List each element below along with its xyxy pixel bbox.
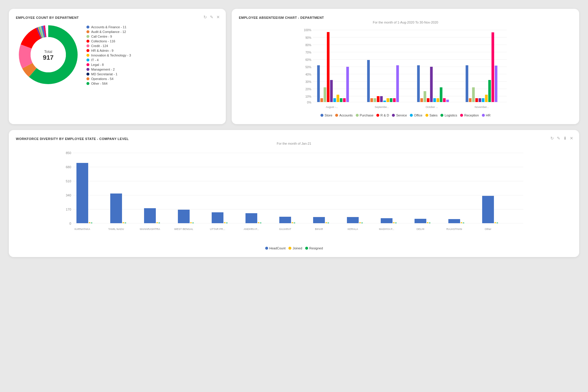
legend-label: R & D [380, 114, 389, 117]
svg-rect-91 [76, 163, 88, 223]
svg-rect-132 [427, 222, 428, 223]
legend-label: Joined [293, 246, 302, 250]
svg-text:BIHAR: BIHAR [315, 228, 323, 231]
edit-icon[interactable]: ✎ [210, 15, 213, 19]
legend-label: Store [325, 114, 332, 117]
svg-rect-124 [359, 222, 361, 223]
refresh-icon[interactable]: ↻ [203, 15, 207, 19]
svg-text:RAJASTHAN: RAJASTHAN [446, 228, 462, 231]
absenteeism-card: EMPLOYEE ABSENTEEISM CHART - DEPARTMENT … [232, 9, 579, 124]
svg-text:KERALA: KERALA [348, 228, 358, 231]
workforce-chart-area: 850 680 510 340 170 0 KARNATAKA [16, 148, 572, 243]
legend-dot [305, 247, 308, 250]
svg-text:680: 680 [66, 165, 71, 169]
svg-text:90%: 90% [305, 36, 311, 39]
svg-rect-140 [495, 222, 496, 223]
absenteeism-legend-item: HR [482, 114, 491, 117]
legend-dot [86, 44, 89, 47]
svg-rect-77 [495, 66, 497, 102]
svg-rect-35 [317, 65, 320, 102]
svg-text:50%: 50% [305, 66, 311, 69]
svg-rect-72 [479, 98, 481, 102]
legend-label: HR [486, 114, 491, 117]
legend-label: Credit - 124 [91, 44, 108, 48]
close-icon[interactable]: ✕ [570, 136, 573, 141]
workforce-card: WORKFORCE DIVERSITY BY EMPLOYEE STATE - … [9, 130, 579, 257]
svg-rect-40 [333, 98, 336, 102]
svg-text:August -...: August -... [326, 106, 338, 109]
svg-rect-95 [110, 194, 122, 223]
svg-rect-44 [346, 67, 349, 102]
absenteeism-legend-item: Reception [460, 114, 479, 117]
close-icon[interactable]: ✕ [216, 15, 220, 19]
absenteeism-legend-item: Store [320, 114, 332, 117]
svg-rect-52 [387, 98, 389, 102]
svg-rect-66 [446, 100, 449, 102]
svg-rect-111 [245, 213, 257, 223]
svg-rect-137 [463, 223, 464, 223]
svg-rect-119 [313, 217, 325, 223]
legend-label: IT - 4 [91, 58, 98, 62]
download-icon[interactable]: ⬇ [563, 136, 567, 141]
legend-dot [86, 54, 89, 57]
absenteeism-svg: 100% 90% 80% 70% 60% 50% 40% 30% 20% 10%… [239, 27, 572, 109]
legend-label: Purchase [360, 114, 373, 117]
edit-icon[interactable]: ✎ [557, 136, 560, 141]
total-number: 917 [43, 54, 54, 61]
svg-text:Other: Other [485, 228, 492, 231]
legend-label: HR & Admin - 9 [91, 49, 113, 52]
legend-label: HeadCount [269, 246, 286, 250]
legend-dot [288, 247, 291, 250]
svg-rect-133 [429, 223, 430, 223]
svg-rect-64 [440, 87, 442, 102]
svg-rect-75 [488, 80, 491, 102]
svg-text:November...: November... [475, 106, 489, 109]
svg-rect-69 [469, 98, 472, 102]
donut-container: Total 917 Accounts & Finance - 11Audit &… [16, 22, 219, 88]
legend-label: Reception [464, 114, 479, 117]
absenteeism-legend-item: Purchase [356, 114, 373, 117]
svg-text:0: 0 [69, 222, 71, 225]
workforce-legend-item: HeadCount [265, 246, 286, 250]
legend-dot [86, 40, 89, 43]
svg-text:WEST BENGAL: WEST BENGAL [174, 228, 193, 231]
legend-item: Audit & Compliance - 12 [86, 30, 131, 34]
svg-text:October ...: October ... [426, 106, 438, 109]
svg-rect-125 [361, 223, 363, 223]
absenteeism-legend-item: Accounts [335, 114, 353, 117]
legend-label: Sales [430, 114, 438, 117]
svg-rect-92 [89, 222, 90, 223]
svg-text:UTTAR PR...: UTTAR PR... [210, 228, 225, 231]
svg-rect-55 [396, 65, 399, 102]
legend-label: Office [414, 114, 422, 117]
svg-text:60%: 60% [305, 58, 311, 61]
svg-rect-51 [383, 101, 386, 102]
svg-rect-116 [292, 222, 293, 223]
svg-rect-74 [485, 95, 488, 102]
svg-rect-136 [461, 222, 462, 223]
legend-label: Other - 564 [91, 82, 108, 85]
svg-rect-100 [156, 222, 158, 223]
svg-rect-121 [328, 223, 329, 223]
legend-item: IT - 4 [86, 58, 131, 62]
legend-dot [86, 26, 89, 29]
svg-rect-99 [144, 208, 156, 223]
refresh-icon[interactable]: ↻ [550, 136, 554, 141]
legend-label: Logistics [445, 114, 457, 117]
svg-rect-60 [427, 98, 430, 102]
svg-rect-129 [395, 223, 397, 223]
legend-dot [265, 247, 268, 250]
legend-item: Operations - 54 [86, 77, 131, 81]
svg-text:80%: 80% [305, 44, 311, 47]
workforce-legend: HeadCountJoinedResigned [16, 246, 572, 250]
svg-rect-104 [190, 222, 192, 223]
svg-text:ANDHRA P...: ANDHRA P... [244, 228, 259, 231]
donut-legend: Accounts & Finance - 11Audit & Complianc… [86, 25, 131, 85]
svg-rect-117 [294, 223, 295, 223]
svg-rect-63 [437, 98, 439, 102]
svg-rect-41 [337, 95, 339, 102]
legend-item: Innovation & Technology - 3 [86, 54, 131, 57]
legend-label: Legal - 8 [91, 63, 104, 66]
svg-rect-54 [393, 98, 396, 102]
svg-rect-96 [123, 222, 124, 223]
